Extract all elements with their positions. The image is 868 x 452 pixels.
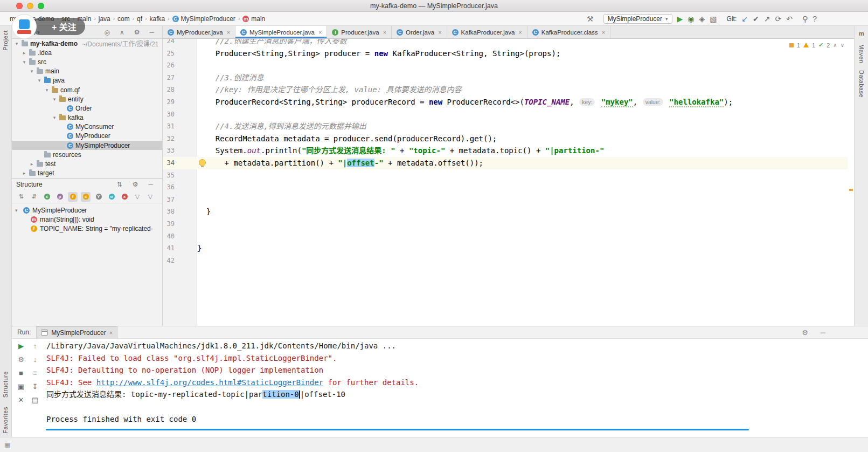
tool-button-maven[interactable]: Maven: [858, 44, 865, 64]
expand-all-icon[interactable]: ⇅: [117, 181, 122, 188]
chevron-icon[interactable]: ▸: [22, 170, 27, 176]
rerun-button[interactable]: ▶: [16, 341, 26, 351]
console-line[interactable]: [46, 401, 868, 413]
code-editor[interactable]: 24 //2.创建生产消息的客户端，传入参数25 Producer<String…: [163, 39, 854, 326]
chevron-icon[interactable]: ▾: [15, 208, 20, 213]
close-icon[interactable]: ×: [227, 29, 230, 36]
console-line[interactable]: SLF4J: Defaulting to no-operation (NOP) …: [46, 364, 868, 376]
zoom-window-button[interactable]: [38, 3, 44, 9]
tree-item-kafka[interactable]: ▾kafka: [12, 113, 162, 122]
tree-item-main[interactable]: ▾main: [12, 67, 162, 76]
tree-item-target[interactable]: ▸target: [12, 169, 162, 178]
filter-visibility-icon[interactable]: Y: [94, 192, 103, 202]
breadcrumb-item[interactable]: kafka: [149, 15, 165, 23]
collapse-all-icon[interactable]: ∧: [120, 29, 124, 36]
tool-button-structure[interactable]: Structure: [2, 371, 9, 398]
coverage-button[interactable]: ◈: [699, 15, 705, 23]
locate-file-icon[interactable]: ◎: [104, 29, 109, 36]
build-hammer-icon[interactable]: ⚒: [587, 15, 594, 23]
code-line[interactable]: 35: [163, 169, 848, 182]
console-line[interactable]: SLF4J: Failed to load class "org.slf4j.i…: [46, 352, 868, 365]
chevron-icon[interactable]: ▾: [37, 78, 42, 83]
scrollbar-warning-mark[interactable]: [849, 189, 853, 191]
window-titlebar[interactable]: my-kafka-demo — MySimpleProducer.java: [0, 0, 868, 12]
code-line[interactable]: 39: [163, 218, 848, 230]
hide-panel-icon[interactable]: ─: [149, 29, 154, 36]
code-line[interactable]: 28 //key: 作用是决定了往哪个分区上发, value: 具体要发送的消息…: [163, 84, 848, 96]
code-line[interactable]: 36: [163, 181, 848, 194]
console-line[interactable]: SLF4J: See http://www.slf4j.org/codes.ht…: [46, 376, 868, 389]
code-line[interactable]: 34 + metadata.partition() + "|offset-" +…: [163, 157, 848, 169]
tab-kafkaproducer-class[interactable]: CKafkaProducer.class×: [527, 26, 610, 38]
close-window-button[interactable]: [16, 3, 23, 9]
tree-item-java[interactable]: ▾java: [12, 76, 162, 85]
minimize-icon[interactable]: ─: [821, 329, 825, 336]
code-line[interactable]: 31 //4.发送消息,得到消息发送的元数据并输出: [163, 120, 848, 133]
console-output[interactable]: /Library/Java/JavaVirtualMachines/jdk1.8…: [46, 339, 868, 437]
tree-item-myproducer[interactable]: CMyProducer: [12, 132, 162, 141]
stop-button[interactable]: ■: [16, 368, 26, 378]
chevron-icon[interactable]: ▸: [29, 161, 34, 167]
tree-item-resources[interactable]: resources: [12, 150, 162, 159]
streamer-avatar[interactable]: [12, 14, 37, 39]
tab-kafkaproducer-java[interactable]: CKafkaProducer.java×: [447, 26, 527, 38]
settings-gear-icon[interactable]: ⚙: [134, 29, 140, 36]
show-classes-toggle[interactable]: c: [42, 192, 52, 202]
code-area[interactable]: 24 //2.创建生产消息的客户端，传入参数25 Producer<String…: [163, 39, 848, 266]
tool-button-project[interactable]: Project: [2, 30, 9, 51]
code-line[interactable]: 40: [163, 230, 848, 243]
soft-wrap-icon[interactable]: ≡: [30, 368, 40, 378]
console-line[interactable]: Process finished with exit code 0: [46, 413, 868, 426]
structure-item-mysimpleproducer[interactable]: ▾CMySimpleProducer: [12, 206, 162, 215]
commit-icon[interactable]: ✔: [753, 15, 759, 23]
tree-item-my-kafka-demo[interactable]: ▾my-kafka-demo~/Documents/工作/授课/21: [12, 39, 162, 48]
minimize-window-button[interactable]: [27, 3, 33, 9]
prev-problem-button[interactable]: ∧: [833, 42, 837, 48]
tool-button-favorites[interactable]: Favorites: [2, 407, 9, 434]
tree-item-src[interactable]: ▾src: [12, 57, 162, 66]
scroll-to-end-icon[interactable]: ↧: [30, 381, 40, 391]
tree-item--idea[interactable]: ▸.idea: [12, 48, 162, 57]
tool-button-database[interactable]: Database: [858, 70, 865, 98]
follow-button[interactable]: + 关注: [31, 18, 85, 35]
chevron-icon[interactable]: ▾: [14, 41, 19, 46]
tab-myproducer-java[interactable]: CMyProducer.java×: [163, 26, 235, 38]
close-icon[interactable]: ×: [318, 29, 322, 36]
console-link[interactable]: http://www.slf4j.org/codes.html#StaticLo…: [96, 378, 323, 387]
close-icon[interactable]: ×: [518, 29, 522, 36]
breadcrumb-item[interactable]: qf: [137, 15, 142, 23]
code-line[interactable]: 37: [163, 194, 848, 206]
tree-item-mysimpleproducer[interactable]: CMySimpleProducer: [12, 141, 162, 150]
code-line[interactable]: 32 RecordMetadata metadata = producer.se…: [163, 133, 848, 145]
up-stack-icon[interactable]: ↑: [30, 341, 40, 351]
close-icon[interactable]: ×: [109, 330, 113, 336]
profiler-button[interactable]: ▧: [710, 15, 717, 23]
tree-item-test[interactable]: ▸test: [12, 159, 162, 168]
sort-visibility-icon[interactable]: ⇵: [29, 192, 39, 202]
chevron-icon[interactable]: ▸: [22, 50, 27, 56]
chevron-icon[interactable]: ▾: [22, 59, 27, 65]
breadcrumb-item[interactable]: java: [99, 15, 110, 23]
breadcrumb-item[interactable]: mmain: [242, 15, 265, 23]
tool-window-switcher-icon[interactable]: ▦: [4, 441, 10, 449]
console-line[interactable]: 同步方式发送消息结果: topic-my-replicated-topic|pa…: [46, 388, 868, 401]
print-icon[interactable]: ▤: [30, 395, 40, 405]
sort-alpha-icon[interactable]: ⇅: [16, 192, 26, 202]
structure-item-topic-name-string-my-replicate[interactable]: fTOPIC_NAME: String = "my-replicated-: [12, 224, 162, 233]
history-icon[interactable]: ⟳: [775, 15, 781, 23]
code-line[interactable]: 30: [163, 108, 848, 121]
console-line[interactable]: /Library/Java/JavaVirtualMachines/jdk1.8…: [46, 340, 868, 352]
settings-gear-icon[interactable]: ⚙: [802, 329, 808, 336]
show-fields-toggle[interactable]: f: [68, 192, 78, 202]
code-line[interactable]: 33 System.out.println("同步方式发送消息结果: " + "…: [163, 145, 848, 157]
code-line[interactable]: 25 Producer<String,String> producer = ne…: [163, 47, 848, 60]
chevron-icon[interactable]: ▾: [52, 97, 57, 102]
run-configuration-select[interactable]: MySimpleProducer ▾: [603, 14, 672, 24]
tree-item-myconsumer[interactable]: CMyConsumer: [12, 122, 162, 132]
rollback-icon[interactable]: ↶: [786, 15, 793, 23]
maven-icon[interactable]: m: [859, 30, 864, 37]
close-icon[interactable]: ×: [602, 29, 605, 36]
update-project-icon[interactable]: ↙: [741, 15, 748, 23]
settings-gear-icon[interactable]: ⚙: [133, 181, 138, 188]
show-inherited-toggle[interactable]: x: [120, 192, 129, 202]
